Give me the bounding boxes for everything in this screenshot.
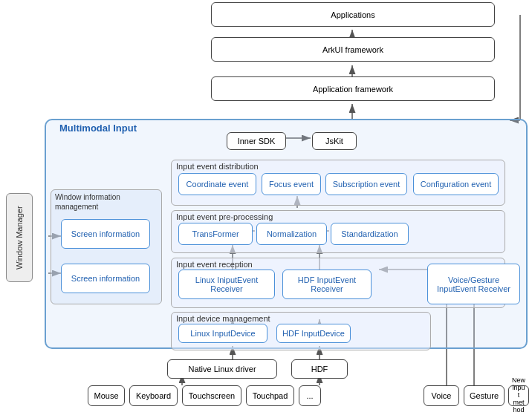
subscription-event-box: Subscription event (325, 173, 407, 195)
ied-label: Input event distribution (176, 162, 259, 171)
applications-label: Applications (331, 10, 374, 19)
transformer-box: TransFormer (178, 223, 253, 245)
multimodal-label: Multimodal Input (59, 123, 137, 134)
hdf-input-receiver-box: HDF InputEvent Receiver (282, 270, 372, 299)
hdf-input-device-box: HDF InputDevice (276, 324, 351, 343)
app-framework-label: Application framework (313, 85, 393, 94)
architecture-diagram: Applications ArkUI framework Application… (0, 0, 532, 418)
voice-box: Voice (424, 385, 459, 406)
linux-input-receiver-box: Linux IniputEvent Receiver (178, 270, 275, 299)
mouse-box: Mouse (88, 385, 125, 406)
more-box: ... (299, 385, 321, 406)
touchscreen-box: Touchscreen (182, 385, 241, 406)
hdf-driver-box: HDF (291, 359, 348, 379)
jskit-box: JsKit (312, 132, 357, 150)
coordinate-event-box: Coordinate event (178, 173, 256, 195)
linux-input-device-box: Linux InputDevice (178, 324, 267, 343)
screen-info-box-2: Screen information (61, 264, 150, 293)
screen-info-box-1: Screen information (61, 219, 150, 249)
iep-label: Input event pre-processing (176, 212, 273, 221)
standardization-box: Standardization (331, 223, 409, 245)
touchpad-box: Touchpad (246, 385, 294, 406)
idm-label: Input device management (176, 314, 270, 323)
arkui-label: ArkUI framework (322, 45, 383, 54)
keyboard-box: Keyboard (129, 385, 178, 406)
inner-sdk-box: Inner SDK (227, 132, 286, 150)
arkui-box: ArkUI framework (211, 37, 495, 62)
normalization-box: Normalization (256, 223, 327, 245)
applications-box: Applications (211, 2, 495, 27)
focus-event-box: Focus event (262, 173, 321, 195)
native-linux-driver-box: Native Linux driver (167, 359, 277, 379)
ier-label: Input event reception (176, 260, 253, 269)
window-manager-box: Window Manager (6, 193, 33, 282)
configuration-event-box: Configuration event (413, 173, 499, 195)
gesture-box: Gesture (464, 385, 505, 406)
wim-label: Window information management (55, 192, 161, 212)
new-input-method-box: New input method (508, 385, 529, 406)
voice-gesture-receiver-box: Voice/Gesture InputEvent Receiver (427, 264, 520, 304)
app-framework-box: Application framework (211, 76, 495, 101)
